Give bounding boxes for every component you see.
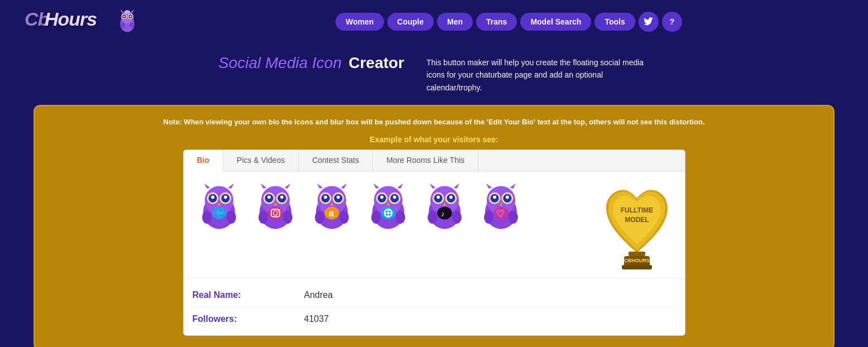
real-name-label: Real Name: [193, 290, 304, 300]
svg-text:🐦: 🐦 [215, 209, 224, 218]
owls-row: 🐦 [193, 180, 589, 233]
trophy-area: FULLTIME MODEL CBHOURS [598, 180, 676, 269]
tab-bio[interactable]: Bio [184, 150, 224, 171]
example-label: Example of what your visitors see: [51, 135, 817, 144]
svg-point-55 [337, 196, 340, 199]
profile-row-name: Real Name: Andrea [193, 283, 676, 307]
svg-marker-14 [131, 9, 134, 12]
preview-content: 🐦 [184, 171, 685, 278]
svg-marker-25 [204, 184, 209, 189]
svg-point-69 [380, 196, 383, 199]
svg-point-37 [267, 196, 271, 199]
svg-point-28 [226, 211, 236, 224]
logo[interactable]: Cb Hours [22, 4, 141, 38]
main-nav: Women Couple Men Trans Model Search Tool… [172, 12, 846, 32]
svg-point-106 [484, 211, 493, 224]
nav-tools[interactable]: Tools [594, 13, 635, 31]
followers-label: Followers: [193, 314, 304, 324]
svg-point-44 [268, 207, 283, 220]
svg-marker-89 [429, 184, 435, 189]
svg-point-22 [211, 196, 214, 199]
svg-point-87 [449, 196, 453, 199]
svg-point-15 [124, 10, 130, 13]
svg-point-23 [224, 196, 227, 199]
svg-text:MODEL: MODEL [625, 216, 649, 224]
logo-owl-icon [114, 8, 141, 35]
svg-point-91 [428, 211, 437, 224]
svg-text:Hours: Hours [45, 8, 97, 30]
svg-point-101 [493, 196, 496, 199]
nav-men[interactable]: Men [437, 13, 473, 31]
svg-marker-72 [373, 184, 378, 189]
svg-point-11 [121, 22, 125, 28]
followers-value: 41037 [304, 314, 329, 324]
hero-title: Social Media Icon Creator [218, 54, 404, 72]
svg-point-8 [123, 15, 125, 17]
help-button[interactable]: ? [662, 12, 682, 32]
svg-point-47 [277, 210, 279, 211]
svg-text:♡: ♡ [496, 209, 504, 219]
hero-section: Social Media Icon Creator This button ma… [0, 43, 868, 99]
owl-instagram [249, 180, 302, 233]
preview-tabs: Bio Pics & Videos Contest Stats More Roo… [184, 150, 685, 171]
main-card: Note: When viewing your own bio the icon… [33, 105, 835, 347]
svg-marker-105 [510, 184, 515, 189]
svg-point-12 [130, 22, 134, 28]
svg-marker-104 [486, 184, 491, 189]
owl-onlyfans [362, 180, 415, 233]
owl-tiktok: ♪ [418, 180, 471, 233]
svg-text:♪: ♪ [440, 210, 444, 218]
twitter-nav-button[interactable] [639, 12, 659, 32]
tab-more-rooms[interactable]: More Rooms Like This [373, 150, 478, 171]
svg-point-54 [324, 196, 327, 199]
nav-model-search[interactable]: Model Search [520, 13, 591, 31]
svg-point-38 [280, 196, 284, 199]
svg-marker-57 [316, 184, 322, 189]
svg-marker-73 [397, 184, 402, 189]
note-text: Note: When viewing your own bio the icon… [51, 117, 817, 127]
tab-contest-stats[interactable]: Contest Stats [299, 150, 373, 171]
svg-marker-41 [284, 184, 290, 189]
svg-rect-114 [622, 265, 652, 269]
preview-box: Bio Pics & Videos Contest Stats More Roo… [183, 150, 685, 336]
nav-trans[interactable]: Trans [476, 13, 517, 31]
svg-point-42 [258, 211, 268, 224]
real-name-value: Andrea [304, 290, 333, 300]
svg-point-60 [339, 211, 348, 224]
profile-row-followers: Followers: 41037 [193, 307, 676, 331]
trophy-icon: FULLTIME MODEL CBHOURS [601, 180, 673, 269]
svg-point-75 [395, 211, 405, 224]
svg-point-102 [506, 196, 509, 199]
tab-pics-videos[interactable]: Pics & Videos [223, 150, 299, 171]
owl-amazon: a [305, 180, 358, 233]
hero-description: This button maker will help you create t… [426, 54, 650, 94]
svg-marker-26 [228, 184, 233, 189]
nav-couple[interactable]: Couple [387, 13, 434, 31]
nav-women[interactable]: Women [335, 13, 383, 31]
svg-point-43 [282, 211, 292, 224]
svg-marker-40 [260, 184, 266, 189]
svg-point-107 [508, 211, 517, 224]
svg-marker-13 [120, 9, 123, 12]
owl-snapchat: ♡ [474, 180, 527, 233]
svg-marker-58 [341, 184, 346, 189]
svg-point-59 [315, 211, 324, 224]
svg-point-74 [371, 211, 381, 224]
svg-text:a: a [328, 208, 334, 219]
svg-point-86 [437, 196, 440, 199]
logo-text: Cb Hours [22, 4, 112, 38]
svg-text:FULLTIME: FULLTIME [620, 206, 653, 214]
svg-rect-112 [629, 252, 645, 256]
svg-point-92 [452, 211, 461, 224]
svg-point-70 [393, 196, 396, 199]
svg-point-9 [130, 15, 131, 17]
svg-text:CBHOURS: CBHOURS [624, 258, 650, 263]
svg-point-27 [202, 211, 212, 224]
header: Cb Hours Women Couple Men Tran [0, 0, 868, 43]
profile-info: Real Name: Andrea Followers: 41037 [184, 278, 685, 335]
owl-twitter: 🐦 [193, 180, 246, 233]
svg-marker-90 [453, 184, 459, 189]
